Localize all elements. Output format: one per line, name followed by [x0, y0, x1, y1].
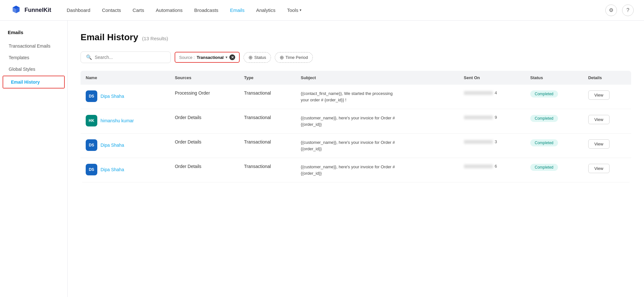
cell-details-2: View: [583, 134, 631, 158]
cell-type-1: Transactional: [239, 109, 295, 134]
status-badge-1: Completed: [530, 115, 558, 122]
nav-tools[interactable]: Tools ▾: [287, 6, 302, 14]
col-name: Name: [81, 71, 170, 85]
nav-automations[interactable]: Automations: [156, 6, 182, 14]
nav-emails[interactable]: Emails: [230, 6, 245, 14]
contact-name-2[interactable]: Dipa Shaha: [101, 143, 124, 148]
contact-cell-2: DS Dipa Shaha: [86, 139, 165, 151]
nav-icon-group: ⚙ ?: [605, 5, 634, 16]
col-subject: Subject: [296, 71, 459, 85]
status-filter-label: Status: [254, 55, 266, 60]
chevron-down-icon: ▾: [300, 8, 302, 12]
contact-name-0[interactable]: Dipa Shaha: [101, 94, 124, 99]
search-input[interactable]: [95, 55, 165, 60]
cell-type-3: Transactional: [239, 158, 295, 182]
avatar-3: DS: [86, 164, 97, 175]
cell-subject-2: {{customer_name}}, here's your invoice f…: [296, 134, 459, 158]
table-row: HK himanshu kumar Order Details Transact…: [81, 109, 631, 134]
sidebar-active-wrapper: Email History: [3, 76, 65, 88]
blur-bar-1: [464, 116, 493, 119]
table-row: DS Dipa Shaha Order Details Transactiona…: [81, 134, 631, 158]
results-count: (13 Results): [142, 36, 168, 41]
avatar-1: HK: [86, 115, 97, 126]
cell-type-0: Transactional: [239, 85, 295, 109]
nav-links: Dashboard Contacts Carts Automations Bro…: [67, 6, 605, 14]
col-sent-on: Sent On: [459, 71, 525, 85]
search-box[interactable]: 🔍: [81, 51, 171, 63]
table-header: Name Sources Type Subject Sent On Status…: [81, 71, 631, 85]
nav-analytics[interactable]: Analytics: [256, 6, 275, 14]
cell-subject-3: {{customer_name}}, here's your invoice f…: [296, 158, 459, 182]
cell-name-2: DS Dipa Shaha: [81, 134, 170, 158]
cell-source-2: Order Details: [170, 134, 239, 158]
page-title: Email History: [81, 32, 138, 42]
avatar-2: DS: [86, 139, 97, 151]
logo[interactable]: FunnelKit: [10, 5, 51, 16]
nav-broadcasts[interactable]: Broadcasts: [194, 6, 218, 14]
source-filter-close[interactable]: ✕: [229, 54, 235, 60]
contact-cell-0: DS Dipa Shaha: [86, 90, 165, 102]
status-filter-button[interactable]: ⊕ Status: [244, 52, 271, 63]
nav-dashboard[interactable]: Dashboard: [67, 6, 90, 14]
cell-sent-on-0: 4: [459, 85, 525, 109]
view-button-2[interactable]: View: [588, 139, 610, 149]
sent-on-0: 4: [464, 90, 520, 95]
cell-type-2: Transactional: [239, 134, 295, 158]
blur-bar-3: [464, 164, 493, 168]
col-status: Status: [525, 71, 583, 85]
cell-name-3: DS Dipa Shaha: [81, 158, 170, 182]
sent-count-2: 3: [495, 139, 497, 144]
subject-text-3: {{customer_name}}, here's your invoice f…: [301, 164, 398, 176]
sidebar-item-transactional-emails[interactable]: Transactional Emails: [0, 40, 67, 52]
blur-bar-0: [464, 91, 493, 95]
table-row: DS Dipa Shaha Order Details Transactiona…: [81, 158, 631, 182]
sidebar-item-email-history[interactable]: Email History: [3, 76, 64, 88]
cell-status-2: Completed: [525, 134, 583, 158]
contact-name-1[interactable]: himanshu kumar: [101, 118, 134, 123]
nav-contacts[interactable]: Contacts: [102, 6, 121, 14]
cell-status-0: Completed: [525, 85, 583, 109]
subject-text-2: {{customer_name}}, here's your invoice f…: [301, 139, 398, 152]
settings-button[interactable]: ⚙: [605, 5, 617, 16]
top-nav: FunnelKit Dashboard Contacts Carts Autom…: [0, 0, 644, 21]
time-period-filter-label: Time Period: [285, 55, 308, 60]
sent-on-1: 9: [464, 115, 520, 120]
cell-source-1: Order Details: [170, 109, 239, 134]
sent-on-2: 3: [464, 139, 520, 144]
nav-carts[interactable]: Carts: [133, 6, 144, 14]
sent-count-1: 9: [495, 115, 497, 120]
col-sources: Sources: [170, 71, 239, 85]
email-history-table: Name Sources Type Subject Sent On Status…: [81, 71, 631, 182]
subject-text-0: {{contact_first_name}}, We started the p…: [301, 90, 398, 103]
sidebar-item-global-styles[interactable]: Global Styles: [0, 63, 67, 75]
view-button-3[interactable]: View: [588, 164, 610, 173]
page-header: Email History (13 Results): [81, 32, 631, 42]
cell-sent-on-3: 6: [459, 158, 525, 182]
source-filter-label: Source :: [179, 55, 195, 60]
search-icon: 🔍: [86, 54, 92, 60]
plus-icon-status: ⊕: [248, 54, 253, 60]
sidebar-item-templates[interactable]: Templates: [0, 52, 67, 63]
cell-status-3: Completed: [525, 158, 583, 182]
contact-cell-3: DS Dipa Shaha: [86, 164, 165, 175]
cell-sent-on-1: 9: [459, 109, 525, 134]
source-filter-chevron: ▾: [226, 55, 227, 60]
help-button[interactable]: ?: [622, 5, 634, 16]
sent-count-3: 6: [495, 164, 497, 169]
time-period-filter-button[interactable]: ⊕ Time Period: [275, 52, 313, 63]
source-filter-chip[interactable]: Source : Transactional ▾ ✕: [175, 52, 240, 63]
logo-text: FunnelKit: [24, 7, 51, 14]
sent-count-0: 4: [495, 90, 497, 95]
status-badge-2: Completed: [530, 139, 558, 146]
blur-bar-2: [464, 140, 493, 144]
contact-name-3[interactable]: Dipa Shaha: [101, 167, 124, 172]
contact-cell-1: HK himanshu kumar: [86, 115, 165, 126]
layout: Emails Transactional Emails Templates Gl…: [0, 21, 644, 297]
avatar-0: DS: [86, 90, 97, 102]
view-button-1[interactable]: View: [588, 115, 610, 124]
sidebar: Emails Transactional Emails Templates Gl…: [0, 21, 68, 297]
sidebar-title: Emails: [0, 30, 67, 40]
view-button-0[interactable]: View: [588, 90, 610, 100]
plus-icon-time: ⊕: [280, 54, 284, 60]
cell-name-1: HK himanshu kumar: [81, 109, 170, 134]
